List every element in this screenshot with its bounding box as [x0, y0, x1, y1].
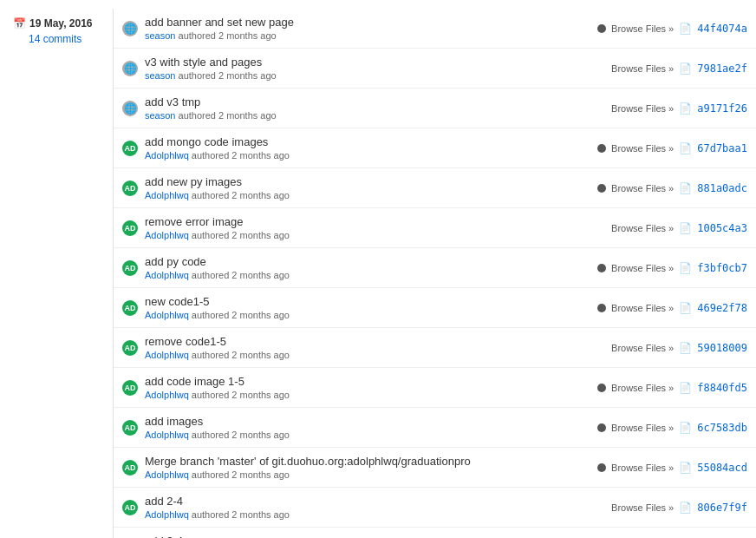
- commit-row: ADremove error imageAdolphlwq authored 2…: [114, 208, 756, 248]
- status-dot-icon: [597, 24, 606, 33]
- commit-author-info: Adolphlwq authored 2 months ago: [145, 190, 290, 200]
- commit-right: Browse Files »📄a9171f26: [611, 102, 747, 115]
- browse-files[interactable]: Browse Files »: [611, 303, 674, 313]
- sidebar-date: 📅 19 May, 2016: [13, 17, 100, 30]
- avatar[interactable]: AD: [122, 260, 138, 276]
- browse-files[interactable]: Browse Files »: [611, 343, 674, 353]
- status-dot-icon: [597, 384, 606, 392]
- commit-message[interactable]: add code image 1-5: [145, 375, 590, 388]
- commit-message[interactable]: remove code1-5: [145, 335, 604, 348]
- commit-hash[interactable]: 59018009: [697, 342, 747, 354]
- commit-author-info: Adolphlwq authored 2 months ago: [145, 469, 290, 480]
- commit-right: Browse Files »📄7981ae2f: [611, 62, 747, 75]
- commit-message[interactable]: add 2-4: [145, 495, 604, 508]
- commit-row: 🌐add banner and set new pageseason autho…: [114, 9, 756, 49]
- browse-files[interactable]: Browse Files »: [611, 223, 674, 233]
- commit-meta: season authored 2 months ago: [145, 70, 604, 81]
- commit-right: Browse Files »📄55084acd: [597, 462, 747, 474]
- commit-message[interactable]: v3 with style and pages: [145, 56, 604, 69]
- file-icon: 📄: [679, 422, 692, 434]
- browse-files[interactable]: Browse Files »: [611, 263, 674, 273]
- commit-hash[interactable]: 1005c4a3: [697, 222, 747, 234]
- avatar[interactable]: AD: [122, 180, 138, 196]
- avatar-globe: 🌐: [122, 21, 138, 36]
- commit-author-info: Adolphlwq authored 2 months ago: [145, 430, 290, 440]
- commit-message[interactable]: Merge branch 'master' of git.duohuo.org:…: [145, 455, 590, 468]
- commit-row: ADadd code image 1-5Adolphlwq authored 2…: [114, 368, 756, 408]
- commit-hash[interactable]: 806e7f9f: [697, 502, 747, 514]
- avatar[interactable]: AD: [122, 460, 138, 476]
- commit-message[interactable]: add py code: [145, 255, 590, 268]
- commit-message[interactable]: add banner and set new page: [145, 16, 590, 29]
- commit-message[interactable]: add mongo code images: [145, 135, 590, 148]
- commit-hash[interactable]: 44f4074a: [697, 23, 747, 35]
- commit-main: add py codeAdolphlwq authored 2 months a…: [145, 255, 590, 280]
- avatar[interactable]: AD: [122, 220, 138, 236]
- browse-files[interactable]: Browse Files »: [611, 23, 674, 34]
- sidebar-commits[interactable]: 14 commits: [29, 33, 100, 45]
- commit-message[interactable]: add new py images: [145, 175, 590, 188]
- commit-message[interactable]: add v3 tmp: [145, 95, 604, 108]
- file-icon: 📄: [679, 382, 692, 394]
- avatar[interactable]: AD: [122, 340, 138, 356]
- commit-meta: Adolphlwq authored 2 months ago: [145, 350, 604, 360]
- commit-row: ADnew code1-5Adolphlwq authored 2 months…: [114, 288, 756, 328]
- commit-main: add 2-4Adolphlwq authored 2 months ago: [145, 495, 604, 520]
- status-dot-icon: [597, 463, 606, 472]
- commit-hash[interactable]: 7981ae2f: [697, 62, 747, 75]
- commit-right: Browse Files »📄6c7583db: [597, 422, 747, 434]
- commit-author-info: Adolphlwq authored 2 months ago: [145, 509, 290, 520]
- commit-row: ADadd 2-4Adolphlwq authored 2 months ago…: [114, 528, 756, 538]
- commit-row: ADadd imagesAdolphlwq authored 2 months …: [114, 408, 756, 448]
- commit-main: add imagesAdolphlwq authored 2 months ag…: [145, 415, 590, 440]
- commit-hash[interactable]: 469e2f78: [697, 302, 747, 314]
- commit-main: remove code1-5Adolphlwq authored 2 month…: [145, 335, 604, 360]
- browse-files[interactable]: Browse Files »: [611, 183, 674, 194]
- sidebar: 📅 19 May, 2016 14 commits: [0, 9, 113, 538]
- browse-files[interactable]: Browse Files »: [611, 463, 674, 473]
- browse-files[interactable]: Browse Files »: [611, 383, 674, 393]
- commit-hash[interactable]: 6c7583db: [697, 422, 747, 434]
- avatar[interactable]: AD: [122, 300, 138, 316]
- commit-meta: Adolphlwq authored 2 months ago: [145, 270, 590, 280]
- commit-meta: Adolphlwq authored 2 months ago: [145, 310, 590, 320]
- avatar[interactable]: AD: [122, 420, 138, 436]
- commit-author-info: season authored 2 months ago: [145, 110, 277, 121]
- commit-hash[interactable]: 67d7baa1: [697, 142, 747, 154]
- commit-main: remove error imageAdolphlwq authored 2 m…: [145, 215, 604, 240]
- commit-message[interactable]: add images: [145, 415, 590, 428]
- commit-right: Browse Files »📄806e7f9f: [611, 502, 747, 514]
- commit-author-info: Adolphlwq authored 2 months ago: [145, 150, 290, 161]
- browse-files[interactable]: Browse Files »: [611, 423, 674, 433]
- commit-meta: Adolphlwq authored 2 months ago: [145, 190, 590, 200]
- commit-author-info: Adolphlwq authored 2 months ago: [145, 350, 290, 360]
- commit-row: 🌐v3 with style and pagesseason authored …: [114, 49, 756, 89]
- avatar[interactable]: AD: [122, 500, 138, 515]
- file-icon: 📄: [679, 23, 692, 35]
- file-icon: 📄: [679, 222, 692, 234]
- commit-hash[interactable]: f8840fd5: [697, 382, 747, 394]
- commit-hash[interactable]: f3bf0cb7: [697, 262, 747, 274]
- commit-message[interactable]: new code1-5: [145, 295, 590, 308]
- commit-message[interactable]: add 2-4: [145, 535, 590, 538]
- commit-hash[interactable]: 55084acd: [697, 462, 747, 474]
- commit-hash[interactable]: 881a0adc: [697, 182, 747, 194]
- avatar[interactable]: AD: [122, 141, 138, 156]
- commit-main: new code1-5Adolphlwq authored 2 months a…: [145, 295, 590, 320]
- commit-hash[interactable]: a9171f26: [697, 102, 747, 115]
- browse-files[interactable]: Browse Files »: [611, 502, 674, 513]
- commit-row: ADadd py codeAdolphlwq authored 2 months…: [114, 248, 756, 288]
- commit-message[interactable]: remove error image: [145, 215, 604, 228]
- browse-files[interactable]: Browse Files »: [611, 63, 674, 74]
- commit-author-info: Adolphlwq authored 2 months ago: [145, 270, 290, 280]
- commit-right: Browse Files »📄469e2f78: [597, 302, 747, 314]
- file-icon: 📄: [679, 182, 692, 194]
- browse-files[interactable]: Browse Files »: [611, 143, 674, 154]
- browse-files[interactable]: Browse Files »: [611, 103, 674, 114]
- commit-meta: Adolphlwq authored 2 months ago: [145, 230, 604, 240]
- commit-meta: Adolphlwq authored 2 months ago: [145, 509, 604, 520]
- avatar-globe: 🌐: [122, 101, 138, 116]
- file-icon: 📄: [679, 142, 692, 154]
- avatar[interactable]: AD: [122, 380, 138, 396]
- status-dot-icon: [597, 304, 606, 312]
